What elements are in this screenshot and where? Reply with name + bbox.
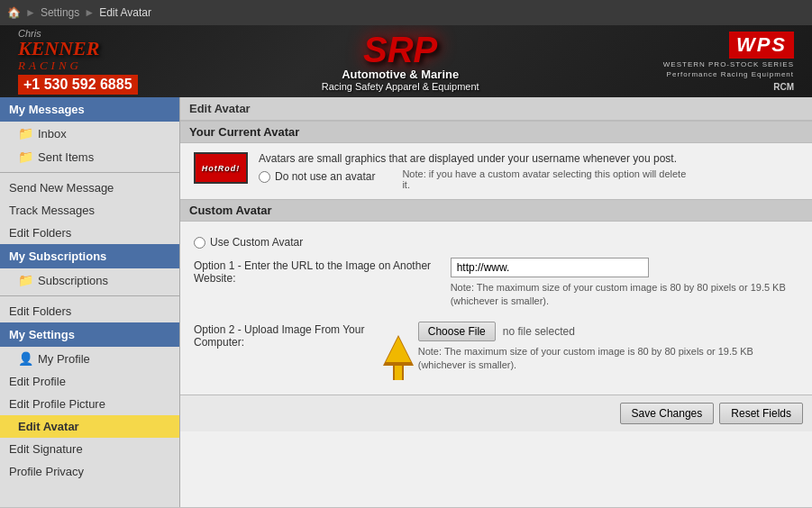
sidebar-item-profile-privacy[interactable]: Profile Privacy bbox=[0, 460, 179, 483]
sidebar-item-send-new[interactable]: Send New Message bbox=[0, 177, 179, 199]
option2-label: Option 2 - Upload Image From Your Comput… bbox=[194, 322, 409, 349]
choose-file-row: Choose File no file selected bbox=[418, 322, 798, 341]
sidebar-header-settings: My Settings bbox=[0, 322, 179, 347]
inbox-icon: 📁 bbox=[18, 126, 33, 141]
sidebar-header-messages: My Messages bbox=[0, 97, 179, 122]
current-avatar-section: HotRod! Avatars are small graphics that … bbox=[180, 143, 812, 199]
choose-file-button[interactable]: Choose File bbox=[418, 322, 496, 341]
banner-left: Chris KENNER RACING +1 530 592 6885 bbox=[18, 28, 138, 95]
use-custom-radio-row: Use Custom Avatar bbox=[194, 231, 798, 258]
no-avatar-label: Do not use an avatar bbox=[275, 170, 375, 183]
option1-row: Option 1 - Enter the URL to the Image on… bbox=[194, 258, 798, 309]
banner-wps-logo: WPS bbox=[729, 32, 794, 59]
reset-fields-button[interactable]: Reset Fields bbox=[719, 403, 803, 424]
banner-wps-tagline: Performance Racing Equipment bbox=[667, 70, 794, 78]
breadcrumb-settings[interactable]: Settings bbox=[41, 6, 79, 19]
sidebar: My Messages 📁 Inbox 📁 Sent Items Send Ne… bbox=[0, 97, 180, 507]
breadcrumb-separator: ► bbox=[25, 6, 36, 19]
banner-tagline2: Racing Safety Apparel & Equipment bbox=[165, 81, 636, 92]
avatar-desc-text: Avatars are small graphics that are disp… bbox=[259, 152, 690, 165]
banner-kenner-logo: KENNER bbox=[18, 39, 99, 59]
banner-rcm-badge: RCM bbox=[773, 82, 794, 92]
option1-label: Option 1 - Enter the URL to the Image on… bbox=[194, 258, 442, 285]
sidebar-item-inbox[interactable]: 📁 Inbox bbox=[0, 122, 179, 145]
profile-icon: 👤 bbox=[18, 351, 33, 366]
content-area: Edit Avatar Your Current Avatar HotRod! … bbox=[180, 97, 812, 507]
sidebar-item-track[interactable]: Track Messages bbox=[0, 199, 179, 222]
option1-input-area: Note: The maximum size of your custom im… bbox=[451, 258, 798, 309]
save-changes-button[interactable]: Save Changes bbox=[620, 403, 715, 424]
option2-input-area: Choose File no file selected Note: The m… bbox=[418, 322, 798, 373]
no-avatar-radio[interactable] bbox=[259, 171, 270, 183]
breadcrumb-separator2: ► bbox=[84, 6, 95, 19]
breadcrumb-current: Edit Avatar bbox=[99, 6, 151, 19]
sent-icon: 📁 bbox=[18, 150, 33, 164]
option2-row: Option 2 - Upload Image From Your Comput… bbox=[194, 322, 798, 373]
no-avatar-note: Note: if you have a custom avatar select… bbox=[402, 168, 690, 190]
sidebar-my-profile-label: My Profile bbox=[38, 352, 90, 366]
no-file-text: no file selected bbox=[503, 325, 575, 338]
breadcrumb: 🏠 ► Settings ► Edit Avatar bbox=[0, 0, 812, 25]
sidebar-item-edit-profile-picture[interactable]: Edit Profile Picture bbox=[0, 393, 179, 415]
sidebar-inbox-label: Inbox bbox=[38, 127, 67, 141]
custom-avatar-section: Use Custom Avatar Option 1 - Enter the U… bbox=[180, 222, 812, 395]
banner-center: SRP Automotive & Marine Racing Safety Ap… bbox=[165, 32, 636, 92]
home-icon[interactable]: 🏠 bbox=[7, 6, 21, 19]
sidebar-edit-avatar-label: Edit Avatar bbox=[18, 420, 79, 433]
option2-note: Note: The maximum size of your custom im… bbox=[418, 345, 798, 373]
custom-avatar-section-title: Custom Avatar bbox=[180, 199, 812, 222]
sidebar-item-edit-folders-messages[interactable]: Edit Folders bbox=[0, 222, 179, 244]
use-custom-avatar-label: Use Custom Avatar bbox=[210, 236, 303, 249]
arrow-stem-inner bbox=[395, 366, 402, 380]
current-avatar-section-title: Your Current Avatar bbox=[180, 121, 812, 143]
sidebar-header-subscriptions: My Subscriptions bbox=[0, 244, 179, 268]
banner-right: WPS WESTERN PRO-STOCK SERIES Performance… bbox=[663, 32, 794, 92]
url-input[interactable] bbox=[451, 258, 649, 277]
banner-wps-subtitle: WESTERN PRO-STOCK SERIES bbox=[663, 60, 794, 68]
main-layout: My Messages 📁 Inbox 📁 Sent Items Send Ne… bbox=[0, 97, 812, 507]
sidebar-item-my-profile[interactable]: 👤 My Profile bbox=[0, 347, 179, 370]
banner-srp-logo: SRP bbox=[165, 32, 636, 68]
content-header: Edit Avatar bbox=[180, 97, 812, 121]
sidebar-item-edit-profile[interactable]: Edit Profile bbox=[0, 370, 179, 393]
sidebar-item-edit-signature[interactable]: Edit Signature bbox=[0, 438, 179, 460]
avatar-description: Avatars are small graphics that are disp… bbox=[259, 152, 690, 190]
sidebar-item-edit-avatar[interactable]: Edit Avatar bbox=[0, 415, 179, 438]
subscriptions-icon: 📁 bbox=[18, 273, 33, 287]
use-custom-avatar-radio[interactable] bbox=[194, 237, 205, 249]
avatar-image: HotRod! bbox=[194, 152, 248, 184]
current-avatar-row: HotRod! Avatars are small graphics that … bbox=[194, 152, 798, 190]
sidebar-item-edit-folders-subs[interactable]: Edit Folders bbox=[0, 300, 179, 322]
footer-buttons: Save Changes Reset Fields bbox=[180, 395, 812, 431]
banner-racing-text: RACING bbox=[18, 59, 82, 73]
sidebar-sent-label: Sent Items bbox=[38, 150, 94, 164]
sidebar-subscriptions-label: Subscriptions bbox=[38, 274, 108, 287]
option1-note: Note: The maximum size of your custom im… bbox=[451, 281, 798, 309]
arrow-indicator bbox=[383, 335, 414, 382]
banner: Chris KENNER RACING +1 530 592 6885 SRP … bbox=[0, 25, 812, 97]
no-avatar-radio-row: Do not use an avatar bbox=[259, 170, 375, 183]
arrow-inner bbox=[386, 337, 411, 362]
sidebar-item-subscriptions[interactable]: 📁 Subscriptions bbox=[0, 268, 179, 292]
banner-phone: +1 530 592 6885 bbox=[18, 75, 138, 95]
banner-tagline1: Automotive & Marine bbox=[165, 68, 636, 81]
sidebar-item-sent[interactable]: 📁 Sent Items bbox=[0, 145, 179, 168]
